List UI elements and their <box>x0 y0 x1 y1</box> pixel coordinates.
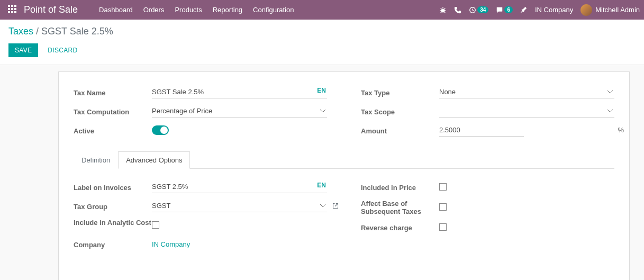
label-tax-type: Tax Type <box>361 88 439 97</box>
included-in-price-checkbox[interactable] <box>439 183 447 191</box>
tab-body: Label on Invoices EN Tax Group SGST <box>74 169 614 256</box>
form-wrap: Tax Name EN Tax Computation Percentage o… <box>0 65 644 280</box>
row-tax-name: Tax Name EN <box>74 85 327 100</box>
label-affect-base: Affect Base of Subsequent Taxes <box>361 198 439 215</box>
save-button[interactable]: SAVE <box>8 43 38 57</box>
svg-rect-2 <box>14 5 16 7</box>
include-analytic-checkbox[interactable] <box>152 221 159 229</box>
row-company: Company IN Company <box>74 237 327 251</box>
breadcrumb: Taxes / SGST Sale 2.5% <box>8 26 636 37</box>
row-label-on-invoices: Label on Invoices EN <box>74 179 327 194</box>
tab-definition[interactable]: Definition <box>74 151 118 169</box>
row-amount: Amount % <box>361 123 614 138</box>
control-panel: Taxes / SGST Sale 2.5% SAVE DISCARD <box>0 20 644 65</box>
label-reverse-charge: Reverse charge <box>361 223 439 232</box>
tab-advanced-options[interactable]: Advanced Options <box>118 151 190 169</box>
breadcrumb-root[interactable]: Taxes <box>8 26 33 37</box>
user-name: Mitchell Admin <box>595 6 640 14</box>
amount-suffix: % <box>618 126 624 134</box>
lang-tag[interactable]: EN <box>315 87 326 94</box>
adv-col-left: Label on Invoices EN Tax Group SGST <box>74 179 327 256</box>
label-include-analytic: Include in Analytic Cost <box>74 218 152 227</box>
tools-icon[interactable] <box>520 6 528 14</box>
nav-right: 34 6 IN Company Mitchell Admin <box>439 4 644 16</box>
label-included-in-price: Included in Price <box>361 183 439 192</box>
discard-button[interactable]: DISCARD <box>42 43 83 57</box>
svg-rect-0 <box>8 5 10 7</box>
label-tax-group: Tax Group <box>74 202 152 211</box>
activities-badge: 34 <box>477 6 488 13</box>
svg-rect-1 <box>11 5 13 7</box>
nav-configuration[interactable]: Configuration <box>248 0 299 20</box>
avatar <box>580 4 592 16</box>
activities-icon[interactable]: 34 <box>469 6 488 14</box>
label-label-on-invoices: Label on Invoices <box>74 183 152 192</box>
row-active: Active <box>74 123 327 138</box>
lang-tag[interactable]: EN <box>315 182 326 189</box>
affect-base-checkbox[interactable] <box>439 203 447 211</box>
row-include-analytic: Include in Analytic Cost <box>74 218 327 232</box>
row-tax-type: Tax Type None <box>361 85 614 100</box>
label-amount: Amount <box>361 126 439 135</box>
col-right: Tax Type None Tax Scope <box>361 85 614 142</box>
svg-rect-8 <box>14 11 16 13</box>
tax-group-select[interactable]: SGST <box>152 200 327 212</box>
debug-icon[interactable] <box>439 6 447 14</box>
nav-products[interactable]: Products <box>169 0 207 20</box>
row-included-in-price: Included in Price <box>361 179 614 194</box>
nav-items: Dashboard Orders Products Reporting Conf… <box>94 0 299 20</box>
col-left: Tax Name EN Tax Computation Percentage o… <box>74 85 327 142</box>
company-link[interactable]: IN Company <box>152 239 190 248</box>
svg-rect-6 <box>8 11 10 13</box>
row-tax-computation: Tax Computation Percentage of Price <box>74 104 327 119</box>
reverse-charge-checkbox[interactable] <box>439 223 447 231</box>
app-title[interactable]: Point of Sale <box>24 4 94 15</box>
svg-rect-3 <box>8 8 10 10</box>
button-row: SAVE DISCARD <box>8 43 636 57</box>
tax-name-input[interactable] <box>152 86 327 98</box>
label-on-invoices-input[interactable] <box>152 180 327 193</box>
nav-orders[interactable]: Orders <box>138 0 170 20</box>
breadcrumb-sep: / <box>36 26 39 37</box>
breadcrumb-current: SGST Sale 2.5% <box>41 26 113 37</box>
nav-reporting[interactable]: Reporting <box>207 0 248 20</box>
top-nav: Point of Sale Dashboard Orders Products … <box>0 0 644 20</box>
svg-rect-5 <box>14 8 16 10</box>
tax-type-select[interactable]: None <box>439 86 614 98</box>
user-menu[interactable]: Mitchell Admin <box>580 4 640 16</box>
top-fields: Tax Name EN Tax Computation Percentage o… <box>74 85 614 142</box>
phone-icon[interactable] <box>454 6 461 14</box>
adv-col-right: Included in Price Affect Base of Subsequ… <box>361 179 614 256</box>
tabs: Definition Advanced Options <box>74 151 614 169</box>
messaging-icon[interactable]: 6 <box>496 6 513 14</box>
row-reverse-charge: Reverse charge <box>361 220 614 234</box>
svg-rect-7 <box>11 11 13 13</box>
row-tax-scope: Tax Scope <box>361 104 614 119</box>
tax-computation-select[interactable]: Percentage of Price <box>152 105 327 118</box>
label-tax-computation: Tax Computation <box>74 107 152 116</box>
external-link-icon[interactable] <box>332 202 339 211</box>
svg-rect-4 <box>11 8 13 10</box>
label-tax-name: Tax Name <box>74 88 152 97</box>
svg-point-9 <box>441 8 445 12</box>
label-company: Company <box>74 240 152 249</box>
row-tax-group: Tax Group SGST <box>74 198 327 213</box>
label-active: Active <box>74 126 152 135</box>
nav-dashboard[interactable]: Dashboard <box>94 0 138 20</box>
amount-input[interactable] <box>439 124 524 137</box>
company-switcher[interactable]: IN Company <box>535 6 573 14</box>
apps-icon[interactable] <box>0 5 24 15</box>
row-affect-base: Affect Base of Subsequent Taxes <box>361 198 614 215</box>
label-tax-scope: Tax Scope <box>361 107 439 116</box>
form-sheet: Tax Name EN Tax Computation Percentage o… <box>58 71 630 280</box>
active-toggle[interactable] <box>152 125 169 135</box>
tax-scope-select[interactable] <box>439 105 614 118</box>
messaging-badge: 6 <box>504 6 513 13</box>
